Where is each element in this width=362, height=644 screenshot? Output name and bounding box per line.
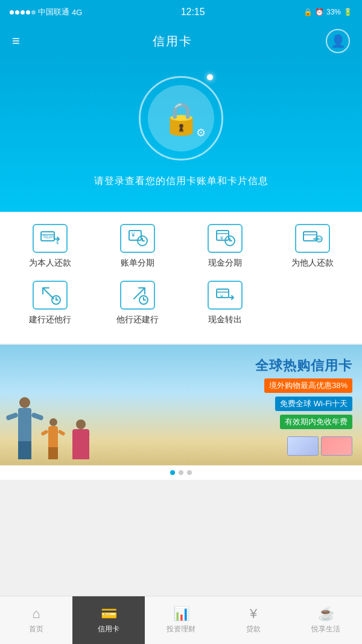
tab-home-label: 首页 — [29, 624, 43, 634]
banner-title: 全球热购信用卡 — [255, 357, 352, 375]
dot-3 — [187, 470, 192, 475]
ccb-to-other-icon — [33, 281, 68, 310]
status-bar: 中国联通 4G 12:15 🔒 ⏰ 33% 🔋 — [0, 0, 362, 24]
lock-circle-inner: 🔒 ⚙ — [148, 85, 214, 151]
action-other-to-ccb[interactable]: 他行还建行 — [101, 281, 174, 325]
battery-label: 33% — [326, 8, 341, 16]
network-label: 4G — [72, 8, 82, 17]
profile-button[interactable]: 👤 — [326, 29, 350, 53]
cash-transfer-icon: ¥ — [208, 281, 243, 310]
tab-investment[interactable]: 📊 投资理财 — [145, 596, 217, 644]
other-to-ccb-label: 他行还建行 — [116, 314, 159, 325]
svg-text:¥: ¥ — [131, 232, 135, 238]
ccb-to-other-label: 建行还他行 — [29, 314, 71, 325]
other-payment-icon: 他 — [295, 224, 330, 253]
profile-icon: 👤 — [331, 34, 346, 48]
banner-section[interactable]: 全球热购信用卡 境外购物最高优惠38% 免费全球 Wi-Fi十天 有效期内免收年… — [0, 345, 362, 480]
creditcard-icon: 💳 — [101, 606, 117, 622]
status-right: 🔒 ⏰ 33% 🔋 — [303, 8, 352, 16]
tab-investment-label: 投资理财 — [167, 624, 195, 634]
menu-button[interactable]: ≡ — [12, 34, 20, 48]
mini-card-2 — [321, 436, 352, 456]
svg-text:他: 他 — [318, 237, 322, 241]
banner-cards — [287, 436, 352, 456]
banner-dots — [0, 465, 362, 480]
dot-2 — [179, 470, 183, 475]
banner-badge-1: 境外购物最高优惠38% — [264, 378, 352, 393]
tab-loan-label: 贷款 — [246, 624, 261, 634]
mini-card-1 — [287, 436, 319, 456]
tab-lifestyle-label: 悦享生活 — [311, 624, 340, 634]
self-payment-label: 为本人还款 — [29, 258, 71, 269]
tab-bar: ⌂ 首页 💳 信用卡 📊 投资理财 ¥ 贷款 ☕ 悦享生活 — [0, 596, 362, 644]
bill-installment-label: 账单分期 — [121, 258, 154, 269]
time-label: 12:15 — [181, 7, 205, 18]
action-cash-transfer[interactable]: ¥ 现金转出 — [189, 281, 261, 325]
action-grid: Num ¥ 为本人还款 ¥ 账单分期 — [0, 212, 362, 343]
lock-circle-outer: 🔒 ⚙ — [139, 76, 223, 161]
action-row-2: 建行还他行 他行还建行 ¥ 现金转出 — [6, 281, 356, 325]
tab-home[interactable]: ⌂ 首页 — [0, 596, 72, 644]
tab-creditcard[interactable]: 💳 信用卡 — [72, 596, 145, 644]
dot-1 — [170, 470, 175, 475]
home-icon: ⌂ — [32, 606, 40, 622]
self-payment-icon: Num ¥ — [33, 224, 68, 253]
action-cash-installment[interactable]: ¥ 现金分期 — [189, 224, 261, 269]
banner-badge-2: 免费全球 Wi-Fi十天 — [275, 397, 352, 411]
other-payment-label: 为他人还款 — [291, 258, 334, 269]
svg-text:¥: ¥ — [56, 240, 59, 246]
lock-icon: 🔒 ⚙ — [162, 100, 201, 137]
page-title: 信用卡 — [153, 33, 192, 49]
chart-icon: 📊 — [173, 606, 189, 622]
tab-lifestyle[interactable]: ☕ 悦享生活 — [290, 596, 362, 644]
gear-icon: ⚙ — [196, 126, 206, 139]
bill-installment-icon: ¥ — [120, 224, 155, 253]
battery-icon: 🔋 — [343, 8, 352, 16]
svg-text:¥: ¥ — [220, 293, 224, 299]
hero-description: 请登录查看您的信用卡账单和卡片信息 — [94, 175, 268, 188]
svg-rect-4 — [129, 231, 141, 240]
carrier-label: 中国联通 — [38, 7, 69, 18]
tab-creditcard-label: 信用卡 — [98, 624, 119, 634]
status-left: 中国联通 4G — [10, 7, 82, 18]
alarm-icon: ⏰ — [315, 8, 324, 16]
banner-image: 全球热购信用卡 境外购物最高优惠38% 免费全球 Wi-Fi十天 有效期内免收年… — [0, 345, 362, 465]
loan-icon: ¥ — [250, 606, 257, 622]
action-other-payment[interactable]: 他 为他人还款 — [276, 224, 349, 269]
action-self-payment[interactable]: Num ¥ 为本人还款 — [14, 224, 86, 269]
action-ccb-to-other[interactable]: 建行还他行 — [14, 281, 86, 325]
lifestyle-icon: ☕ — [318, 606, 334, 622]
cash-transfer-label: 现金转出 — [208, 314, 242, 325]
cash-installment-icon: ¥ — [208, 224, 243, 253]
cash-installment-label: 现金分期 — [208, 258, 242, 269]
nav-bar: ≡ 信用卡 👤 — [0, 24, 362, 58]
svg-text:¥: ¥ — [220, 235, 224, 241]
other-to-ccb-icon — [120, 281, 155, 310]
action-row-1: Num ¥ 为本人还款 ¥ 账单分期 — [6, 224, 356, 269]
tab-loan[interactable]: ¥ 贷款 — [217, 596, 290, 644]
banner-text-area: 全球热购信用卡 境外购物最高优惠38% 免费全球 Wi-Fi十天 有效期内免收年… — [255, 357, 352, 456]
action-bill-installment[interactable]: ¥ 账单分期 — [101, 224, 174, 269]
hero-section: 🔒 ⚙ 请登录查看您的信用卡账单和卡片信息 — [0, 58, 362, 212]
lock-status-icon: 🔒 — [303, 8, 313, 16]
banner-badge-3: 有效期内免收年费 — [280, 415, 352, 429]
